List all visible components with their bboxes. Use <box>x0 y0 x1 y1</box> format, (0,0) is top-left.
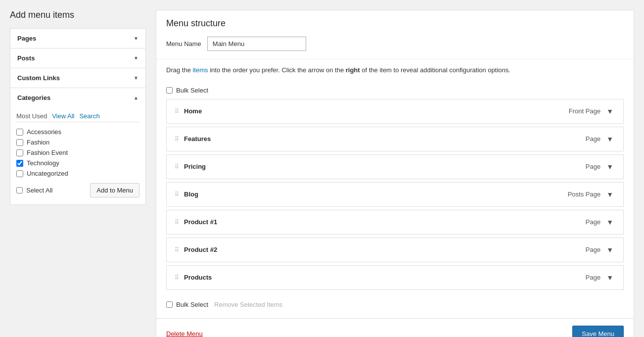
footer-row: Delete Menu Save Menu <box>156 318 634 337</box>
select-all-checkbox[interactable] <box>16 187 23 193</box>
menu-item-blog-toggle[interactable]: ▼ <box>604 190 615 199</box>
category-technology[interactable]: Technology <box>16 159 139 167</box>
drag-instruction-link[interactable]: items <box>192 66 208 74</box>
accordion-custom-links[interactable]: Custom Links ▼ <box>10 68 146 88</box>
right-panel: Menu structure Menu Name Drag the items … <box>156 10 634 337</box>
menu-item-pricing-type: Page <box>586 163 600 170</box>
category-fashion-checkbox[interactable] <box>16 139 23 146</box>
accordion-custom-links-header[interactable]: Custom Links ▼ <box>10 68 145 88</box>
menu-item-product1-left: ⠿ Product #1 <box>175 218 217 226</box>
category-fashion-event-label: Fashion Event <box>27 149 68 156</box>
chevron-down-icon: ▼ <box>134 36 138 41</box>
accordion-custom-links-label: Custom Links <box>17 74 60 82</box>
select-all-label[interactable]: Select All <box>16 187 52 194</box>
drag-instruction: Drag the items into the order you prefer… <box>156 59 634 82</box>
category-accessories-label: Accessories <box>27 128 61 136</box>
select-all-text: Select All <box>26 187 52 194</box>
menu-item-home-right: Front Page ▼ <box>569 106 615 116</box>
menu-item-product2-toggle[interactable]: ▼ <box>604 245 615 255</box>
menu-item-pricing-toggle[interactable]: ▼ <box>604 162 615 172</box>
remove-selected-button[interactable]: Remove Selected Items <box>214 301 282 308</box>
save-menu-button[interactable]: Save Menu <box>572 326 624 337</box>
accordion-posts-header[interactable]: Posts ▼ <box>10 48 145 68</box>
accordion-posts-label: Posts <box>17 54 35 62</box>
menu-item-product1-right: Page ▼ <box>586 217 615 227</box>
drag-handle-icon: ⠿ <box>175 274 179 281</box>
bulk-select-top-label[interactable]: Bulk Select <box>166 87 208 94</box>
menu-item-blog[interactable]: ⠿ Blog Posts Page ▼ <box>166 182 624 207</box>
menu-item-product1-type: Page <box>586 218 600 226</box>
menu-item-products-name: Products <box>184 274 212 281</box>
right-title: Menu structure <box>166 18 624 29</box>
menu-item-product2-name: Product #2 <box>184 246 217 253</box>
tab-view-all[interactable]: View All <box>52 112 74 120</box>
drag-handle-icon: ⠿ <box>175 191 179 198</box>
accordion-posts[interactable]: Posts ▼ <box>10 48 146 68</box>
menu-item-product2[interactable]: ⠿ Product #2 Page ▼ <box>166 238 624 262</box>
bulk-select-top-text: Bulk Select <box>176 87 208 94</box>
menu-item-product2-left: ⠿ Product #2 <box>175 246 217 253</box>
select-all-row: Select All Add to Menu <box>16 183 139 197</box>
bulk-select-bottom-text: Bulk Select <box>176 301 208 308</box>
menu-name-row: Menu Name <box>166 37 624 51</box>
category-accessories[interactable]: Accessories <box>16 128 139 136</box>
menu-item-features-right: Page ▼ <box>586 134 615 144</box>
drag-handle-icon: ⠿ <box>175 219 179 226</box>
right-header: Menu structure Menu Name <box>156 10 634 59</box>
bulk-select-top-checkbox[interactable] <box>166 87 173 94</box>
bulk-select-bottom-label[interactable]: Bulk Select <box>166 301 208 308</box>
delete-menu-button[interactable]: Delete Menu <box>166 330 203 337</box>
menu-item-products[interactable]: ⠿ Products Page ▼ <box>166 265 624 290</box>
add-to-menu-button[interactable]: Add to Menu <box>90 183 139 197</box>
tab-search[interactable]: Search <box>79 112 99 120</box>
menu-item-pricing-left: ⠿ Pricing <box>175 163 206 170</box>
menu-item-home[interactable]: ⠿ Home Front Page ▼ <box>166 99 624 124</box>
menu-item-features-toggle[interactable]: ▼ <box>604 134 615 144</box>
menu-name-input[interactable] <box>207 37 306 51</box>
bulk-select-bottom-checkbox[interactable] <box>166 301 173 308</box>
menu-item-product1[interactable]: ⠿ Product #1 Page ▼ <box>166 210 624 235</box>
category-technology-checkbox[interactable] <box>16 160 23 167</box>
category-uncategorized-label: Uncategorized <box>27 170 68 177</box>
categories-tabs: Most Used View All Search <box>16 112 139 122</box>
accordion-pages-header[interactable]: Pages ▼ <box>10 29 145 48</box>
category-uncategorized-checkbox[interactable] <box>16 170 23 177</box>
category-technology-label: Technology <box>27 159 59 167</box>
drag-handle-icon: ⠿ <box>175 136 179 143</box>
accordion-categories: Categories ▲ Most Used View All Search A… <box>10 88 146 205</box>
categories-checkbox-list: Accessories Fashion Fashion Event Techno… <box>16 128 139 177</box>
menu-item-product2-right: Page ▼ <box>586 245 615 255</box>
category-fashion-event-checkbox[interactable] <box>16 149 23 156</box>
menu-item-features[interactable]: ⠿ Features Page ▼ <box>166 127 624 151</box>
bulk-select-top-row: Bulk Select <box>156 82 634 99</box>
menu-item-features-name: Features <box>184 135 211 143</box>
menu-item-products-toggle[interactable]: ▼ <box>604 273 615 283</box>
accordion-categories-label: Categories <box>17 94 50 101</box>
menu-item-home-toggle[interactable]: ▼ <box>604 106 615 116</box>
category-fashion[interactable]: Fashion <box>16 139 139 146</box>
category-fashion-label: Fashion <box>27 139 49 146</box>
menu-items-list: ⠿ Home Front Page ▼ ⠿ Features Page ▼ <box>156 99 634 293</box>
accordion-categories-header[interactable]: Categories ▲ <box>10 88 145 107</box>
categories-content: Most Used View All Search Accessories Fa… <box>10 107 145 204</box>
tab-most-used[interactable]: Most Used <box>16 112 47 120</box>
menu-item-product2-type: Page <box>586 246 600 253</box>
menu-item-product1-toggle[interactable]: ▼ <box>604 217 615 227</box>
drag-handle-icon: ⠿ <box>175 163 179 170</box>
chevron-down-icon: ▼ <box>134 55 138 61</box>
bulk-select-bottom-row: Bulk Select Remove Selected Items <box>156 296 634 313</box>
chevron-up-icon: ▲ <box>134 95 138 100</box>
menu-name-label: Menu Name <box>166 40 201 48</box>
menu-item-home-type: Front Page <box>569 107 600 115</box>
drag-handle-icon: ⠿ <box>175 246 179 253</box>
menu-item-features-type: Page <box>586 135 600 143</box>
category-uncategorized[interactable]: Uncategorized <box>16 170 139 177</box>
category-fashion-event[interactable]: Fashion Event <box>16 149 139 156</box>
menu-item-blog-left: ⠿ Blog <box>175 191 198 198</box>
menu-item-blog-type: Posts Page <box>568 191 601 198</box>
accordion-pages[interactable]: Pages ▼ <box>10 28 146 48</box>
menu-item-pricing-right: Page ▼ <box>586 162 615 172</box>
category-accessories-checkbox[interactable] <box>16 129 23 136</box>
chevron-down-icon: ▼ <box>134 75 138 81</box>
menu-item-pricing[interactable]: ⠿ Pricing Page ▼ <box>166 154 624 179</box>
